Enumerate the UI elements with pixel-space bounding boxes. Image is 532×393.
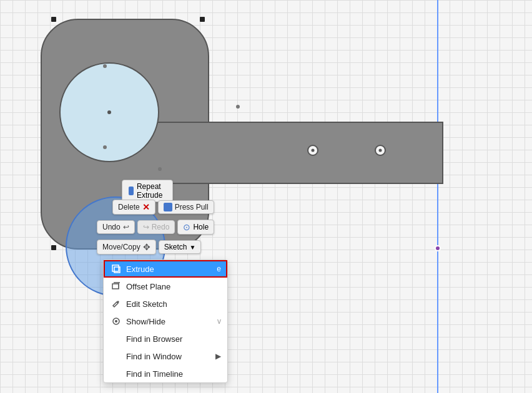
anchor-top-left [51,17,56,22]
small-circle-1 [307,145,318,156]
delete-button[interactable]: Delete ✕ [112,200,155,215]
extrude-label: Extrude [126,264,154,274]
move-copy-button[interactable]: Move/Copy ✥ [97,240,156,255]
repeat-extrude-icon [129,187,134,195]
constraint-dot-4 [236,105,240,109]
repeat-extrude-button[interactable]: Repeat Extrude [122,180,173,202]
purple-dot [435,245,441,251]
blue-vertical-line [437,0,438,393]
hole-icon: ⊙ [183,222,190,232]
anchor-bottom-left [51,245,56,250]
find-browser-icon [111,334,121,344]
move-copy-label: Move/Copy [102,243,140,251]
offset-plane-label: Offset Plane [126,282,170,291]
context-dropdown-menu: Extrude e Offset Plane Edit Sketc [103,260,228,383]
show-hide-shortcut: v [217,317,221,326]
find-browser-label: Find in Browser [126,334,182,344]
menu-item-show-hide[interactable]: Show/Hide v [104,313,227,330]
small-circle-1-dot [312,149,315,152]
menu-item-edit-sketch[interactable]: Edit Sketch [104,295,227,313]
hole-label: Hole [193,223,209,231]
small-circle-2 [375,145,386,156]
show-hide-icon [111,316,121,326]
sketch-label: Sketch [164,243,187,251]
redo-icon: ↪ [143,223,149,231]
edit-sketch-label: Edit Sketch [126,299,167,309]
show-hide-label: Show/Hide [126,317,165,326]
extrude-menu-icon [111,264,121,274]
find-window-icon [111,351,121,361]
toolbar-row-1: Delete ✕ Press Pull [112,200,214,215]
move-icon: ✥ [143,242,150,252]
constraint-dot-3 [158,167,162,171]
toolbar-row-3: Move/Copy ✥ Sketch ▼ [97,240,201,255]
find-window-label: Find in Window [126,352,182,361]
edit-sketch-icon [111,299,121,309]
menu-item-offset-plane[interactable]: Offset Plane [104,278,227,295]
svg-rect-0 [112,265,119,271]
small-circle-2-dot [379,149,382,152]
circle-large [59,62,159,162]
undo-icon: ↩ [123,223,129,231]
redo-button[interactable]: ↪ Redo [137,220,175,234]
anchor-top-right [200,17,205,22]
press-pull-button[interactable]: Press Pull [158,200,214,214]
menu-item-find-browser[interactable]: Find in Browser [104,330,227,347]
delete-icon: ✕ [142,202,150,212]
svg-rect-2 [112,284,119,289]
find-window-arrow: ▶ [215,352,221,361]
undo-button[interactable]: Undo ↩ [97,220,135,234]
find-timeline-icon [111,369,121,379]
redo-label: Redo [152,223,170,231]
press-pull-label: Press Pull [175,203,209,211]
repeat-extrude-label: Repeat Extrude [137,182,166,200]
circle-center-dot [107,110,111,114]
menu-item-extrude[interactable]: Extrude e [104,260,227,278]
sketch-button[interactable]: Sketch ▼ [159,240,202,254]
delete-label: Delete [118,203,140,211]
undo-label: Undo [102,223,121,231]
menu-item-find-window[interactable]: Find in Window ▶ [104,347,227,365]
toolbar-row-2: Undo ↩ ↪ Redo ⊙ Hole [97,220,214,235]
hole-button[interactable]: ⊙ Hole [177,220,214,235]
constraint-dot-1 [103,64,107,68]
find-timeline-label: Find in Timeline [126,369,183,379]
constraint-dot-2 [103,145,107,149]
svg-point-6 [115,320,117,323]
sketch-dropdown-icon: ▼ [189,244,195,251]
press-pull-icon [164,203,172,211]
arm-shape [150,122,443,184]
extrude-shortcut: e [217,264,221,273]
offset-plane-icon [111,281,121,291]
menu-item-find-timeline[interactable]: Find in Timeline [104,365,227,382]
